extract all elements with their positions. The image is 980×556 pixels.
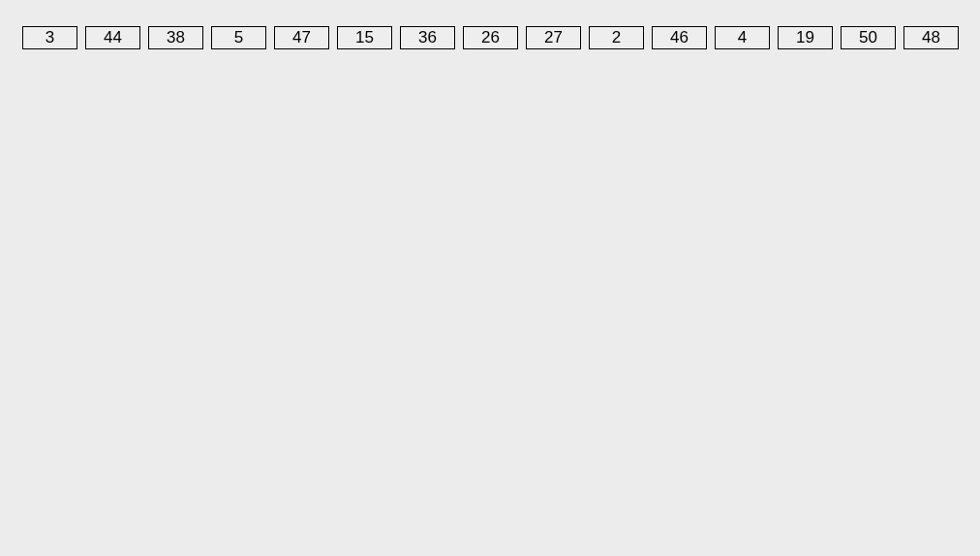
number-value: 26 — [481, 28, 500, 47]
number-value: 15 — [355, 28, 374, 47]
number-box: 48 — [903, 26, 959, 49]
number-box: 4 — [715, 26, 770, 49]
number-value: 19 — [796, 28, 814, 47]
number-box: 46 — [652, 26, 707, 49]
number-box: 19 — [778, 26, 833, 49]
number-box: 47 — [274, 26, 329, 49]
number-box: 5 — [211, 26, 266, 49]
number-box: 27 — [526, 26, 581, 49]
number-box: 26 — [463, 26, 518, 49]
number-value: 2 — [612, 28, 621, 47]
number-value: 36 — [418, 28, 437, 47]
number-box: 2 — [589, 26, 644, 49]
number-box: 15 — [337, 26, 392, 49]
number-value: 44 — [104, 28, 122, 47]
number-box: 44 — [85, 26, 140, 49]
number-value: 3 — [46, 28, 54, 47]
number-value: 4 — [738, 28, 747, 47]
number-value: 46 — [670, 28, 689, 47]
number-row: 3 44 38 5 47 15 36 26 27 2 46 4 19 50 48 — [0, 0, 980, 76]
number-value: 50 — [859, 28, 877, 47]
number-box: 38 — [148, 26, 203, 49]
number-value: 47 — [292, 28, 311, 47]
number-box: 50 — [841, 26, 896, 49]
number-box: 36 — [400, 26, 455, 49]
number-value: 27 — [544, 28, 563, 47]
number-value: 5 — [234, 28, 243, 47]
number-box: 3 — [22, 26, 77, 49]
number-value: 38 — [167, 28, 185, 47]
number-value: 48 — [922, 28, 940, 47]
